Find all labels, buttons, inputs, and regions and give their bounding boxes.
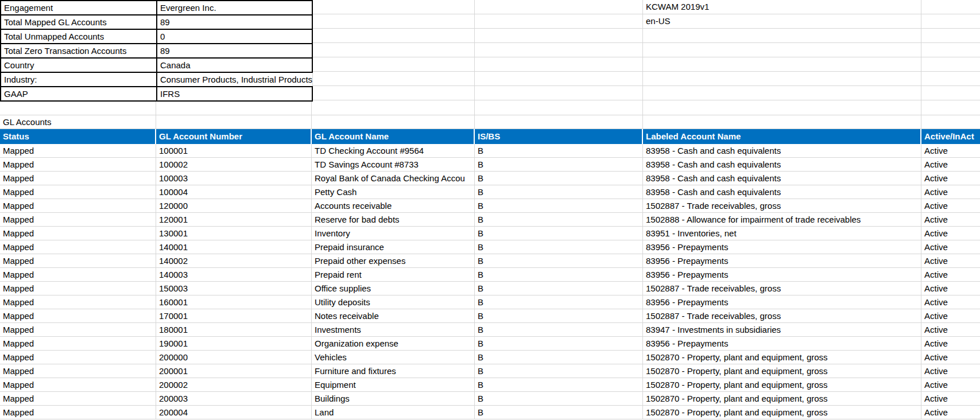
- meta-label-cell[interactable]: Industry:: [1, 72, 157, 87]
- cell-labeled-account-name[interactable]: [643, 29, 921, 43]
- meta-label-cell[interactable]: Total Mapped GL Accounts: [1, 15, 157, 29]
- meta-label-cell[interactable]: GAAP: [1, 87, 157, 101]
- cell-active-inact[interactable]: Active: [921, 185, 980, 199]
- cell-is-bs[interactable]: B: [475, 227, 643, 240]
- cell-gl-account-name[interactable]: Prepaid other expenses: [312, 254, 475, 268]
- cell-labeled-account-name[interactable]: 1502887 - Trade receivables, gross: [643, 309, 921, 323]
- cell-active-inact[interactable]: Active: [921, 392, 980, 406]
- cell-gl-account-name[interactable]: [312, 0, 475, 14]
- cell-is-bs[interactable]: B: [475, 323, 643, 337]
- cell-is-bs[interactable]: [475, 57, 643, 72]
- cell-status[interactable]: Mapped: [0, 172, 156, 185]
- cell-gl-account-number[interactable]: 200001: [156, 364, 312, 378]
- cell-gl-account-name[interactable]: Petty Cash: [312, 185, 475, 199]
- cell-gl-account-name[interactable]: Utility deposits: [312, 295, 475, 309]
- cell-is-bs[interactable]: [475, 72, 643, 86]
- cell-active-inact[interactable]: Active: [921, 337, 980, 351]
- cell-active-inact[interactable]: [921, 0, 980, 14]
- cell-labeled-account-name[interactable]: [643, 72, 921, 86]
- cell-labeled-account-name[interactable]: 83956 - Prepayments: [643, 295, 921, 309]
- cell-gl-account-number[interactable]: 160001: [156, 295, 312, 309]
- cell-labeled-account-name[interactable]: 1502888 - Allowance for impairment of tr…: [643, 213, 921, 227]
- cell-status[interactable]: Mapped: [0, 323, 156, 337]
- column-header-status[interactable]: Status: [0, 129, 156, 144]
- cell-gl-account-number[interactable]: 170001: [156, 309, 312, 323]
- cell-status[interactable]: Mapped: [0, 392, 156, 406]
- cell-is-bs[interactable]: [475, 115, 643, 129]
- cell-active-inact[interactable]: Active: [921, 227, 980, 240]
- cell-gl-account-number[interactable]: 200000: [156, 351, 312, 364]
- cell-labeled-account-name[interactable]: 83956 - Prepayments: [643, 240, 921, 254]
- cell-is-bs[interactable]: B: [475, 392, 643, 406]
- cell-is-bs[interactable]: B: [475, 378, 643, 392]
- cell-status[interactable]: Mapped: [0, 406, 156, 419]
- cell-gl-account-number[interactable]: 140002: [156, 254, 312, 268]
- column-header-gl-account-name[interactable]: GL Account Name: [312, 129, 475, 144]
- cell-gl-account-name[interactable]: Inventory: [312, 227, 475, 240]
- meta-value-cell[interactable]: Consumer Products, Industrial Products: [157, 72, 312, 87]
- cell-status[interactable]: Mapped: [0, 282, 156, 295]
- cell-gl-account-name[interactable]: Office supplies: [312, 282, 475, 295]
- cell-gl-account-name[interactable]: [312, 29, 475, 43]
- cell-is-bs[interactable]: [475, 14, 643, 29]
- cell-is-bs[interactable]: B: [475, 158, 643, 172]
- cell-status[interactable]: Mapped: [0, 378, 156, 392]
- cell-is-bs[interactable]: B: [475, 268, 643, 282]
- cell-active-inact[interactable]: Active: [921, 309, 980, 323]
- cell-gl-account-name[interactable]: [312, 100, 475, 115]
- cell-is-bs[interactable]: B: [475, 144, 643, 158]
- cell-active-inact[interactable]: [921, 115, 980, 129]
- cell-active-inact[interactable]: Active: [921, 213, 980, 227]
- cell-is-bs[interactable]: B: [475, 199, 643, 213]
- cell-active-inact[interactable]: Active: [921, 144, 980, 158]
- cell-is-bs[interactable]: B: [475, 240, 643, 254]
- cell-gl-account-name[interactable]: Royal Bank of Canada Checking Accou: [312, 172, 475, 185]
- cell-is-bs[interactable]: [475, 86, 643, 100]
- cell-gl-account-number[interactable]: [156, 100, 312, 115]
- cell-gl-account-name[interactable]: Reserve for bad debts: [312, 213, 475, 227]
- cell-gl-account-name[interactable]: Prepaid insurance: [312, 240, 475, 254]
- cell-is-bs[interactable]: B: [475, 309, 643, 323]
- cell-status[interactable]: Mapped: [0, 295, 156, 309]
- cell-status[interactable]: Mapped: [0, 199, 156, 213]
- cell-gl-account-number[interactable]: 120001: [156, 213, 312, 227]
- meta-label-cell[interactable]: Total Unmapped Accounts: [1, 29, 157, 44]
- cell-gl-account-number[interactable]: 140003: [156, 268, 312, 282]
- cell-gl-account-name[interactable]: Furniture and fixtures: [312, 364, 475, 378]
- cell-labeled-account-name[interactable]: 83956 - Prepayments: [643, 337, 921, 351]
- cell-active-inact[interactable]: [921, 29, 980, 43]
- cell-status[interactable]: Mapped: [0, 254, 156, 268]
- cell-labeled-account-name[interactable]: 83956 - Prepayments: [643, 268, 921, 282]
- cell-labeled-account-name[interactable]: 1502887 - Trade receivables, gross: [643, 199, 921, 213]
- cell-labeled-account-name[interactable]: 1502870 - Property, plant and equipment,…: [643, 406, 921, 419]
- section-label[interactable]: GL Accounts: [0, 115, 156, 129]
- cell-active-inact[interactable]: Active: [921, 378, 980, 392]
- cell-gl-account-name[interactable]: Buildings: [312, 392, 475, 406]
- cell-is-bs[interactable]: B: [475, 254, 643, 268]
- cell-gl-account-name[interactable]: Investments: [312, 323, 475, 337]
- cell-is-bs[interactable]: [475, 100, 643, 115]
- cell-labeled-account-name[interactable]: 83958 - Cash and cash equivalents: [643, 172, 921, 185]
- cell-gl-account-number[interactable]: 190001: [156, 337, 312, 351]
- cell-active-inact[interactable]: [921, 57, 980, 72]
- cell-gl-account-name[interactable]: [312, 14, 475, 29]
- cell-active-inact[interactable]: [921, 14, 980, 29]
- cell-gl-account-name[interactable]: Land: [312, 406, 475, 419]
- cell-active-inact[interactable]: Active: [921, 323, 980, 337]
- cell-gl-account-number[interactable]: 100003: [156, 172, 312, 185]
- column-header-labeled-account-name[interactable]: Labeled Account Name: [643, 129, 921, 144]
- cell-gl-account-number[interactable]: 180001: [156, 323, 312, 337]
- cell-active-inact[interactable]: [921, 86, 980, 100]
- cell-gl-account-name[interactable]: [312, 86, 475, 100]
- cell-status[interactable]: Mapped: [0, 240, 156, 254]
- cell-is-bs[interactable]: B: [475, 172, 643, 185]
- cell-gl-account-name[interactable]: Organization expense: [312, 337, 475, 351]
- cell-status[interactable]: Mapped: [0, 309, 156, 323]
- meta-value-cell[interactable]: 89: [157, 44, 312, 58]
- right-value-cell[interactable]: KCWAM 2019v1: [643, 0, 921, 14]
- cell-labeled-account-name[interactable]: 83958 - Cash and cash equivalents: [643, 158, 921, 172]
- cell-is-bs[interactable]: B: [475, 185, 643, 199]
- cell-labeled-account-name[interactable]: 83958 - Cash and cash equivalents: [643, 185, 921, 199]
- cell-gl-account-name[interactable]: Notes receivable: [312, 309, 475, 323]
- cell-labeled-account-name[interactable]: [643, 43, 921, 57]
